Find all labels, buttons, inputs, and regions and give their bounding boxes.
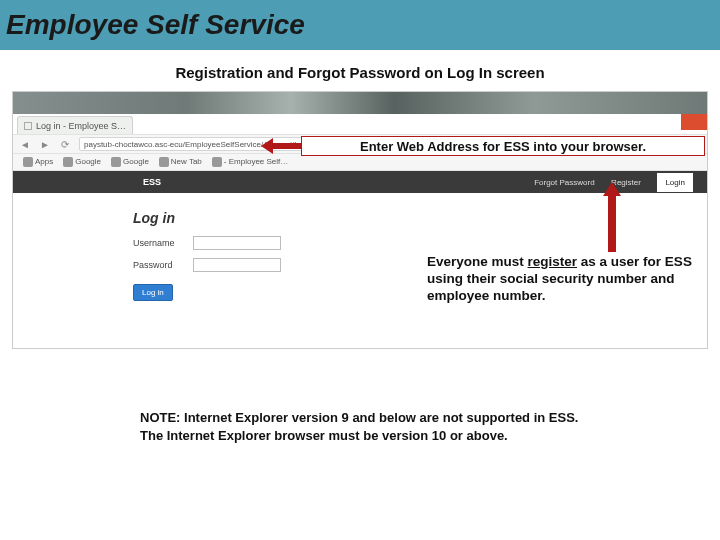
apps-icon (23, 157, 33, 167)
subtitle: Registration and Forgot Password on Log … (0, 64, 720, 81)
nav-forgot-password[interactable]: Forgot Password (534, 178, 594, 187)
title-banner: Employee Self Service (0, 0, 720, 50)
window-close-region (681, 114, 707, 130)
page-title: Employee Self Service (6, 9, 305, 41)
nav-login[interactable]: Login (657, 173, 693, 192)
forward-icon: ► (37, 136, 53, 152)
username-label: Username (133, 238, 193, 248)
arrow-up-icon (603, 182, 621, 252)
decorative-photo-strip (13, 92, 707, 114)
back-icon: ◄ (17, 136, 33, 152)
callout-register-text: Everyone must (427, 254, 528, 269)
bookmark-icon (111, 157, 121, 167)
reload-icon: ⟳ (57, 136, 73, 152)
browser-tab: Log in - Employee S… (17, 116, 133, 134)
bookmark-icon (212, 157, 222, 167)
browser-tab-label: Log in - Employee S… (36, 121, 126, 131)
bookmark-icon (159, 157, 169, 167)
arrow-left-icon (261, 138, 303, 154)
bookmarks-bar: Apps Google Google New Tab - Employee Se… (13, 154, 707, 171)
login-form: Log in Username Password Log in (133, 210, 281, 301)
note-line-1: NOTE: Internet Explorer version 9 and be… (140, 409, 660, 427)
bookmark-label: New Tab (171, 157, 202, 166)
callout-address: Enter Web Address for ESS into your brow… (301, 136, 705, 156)
login-heading: Log in (133, 210, 281, 226)
page-icon (24, 122, 32, 130)
bookmark-label: Google (75, 157, 101, 166)
note-line-2: The Internet Explorer browser must be ve… (140, 427, 660, 445)
note-block: NOTE: Internet Explorer version 9 and be… (140, 409, 660, 444)
callout-register: Everyone must register as a user for ESS… (427, 254, 693, 305)
username-field[interactable] (193, 236, 281, 250)
login-button[interactable]: Log in (133, 284, 173, 301)
bookmark-label: Google (123, 157, 149, 166)
password-field[interactable] (193, 258, 281, 272)
bookmark-label: Apps (35, 157, 53, 166)
password-label: Password (133, 260, 193, 270)
screenshot-figure: Log in - Employee S… ◄ ► ⟳ paystub-choct… (12, 91, 708, 349)
bookmark-label: - Employee Self… (224, 157, 288, 166)
app-brand: ESS (143, 177, 161, 187)
bookmark-icon (63, 157, 73, 167)
callout-register-underline: register (528, 254, 578, 269)
